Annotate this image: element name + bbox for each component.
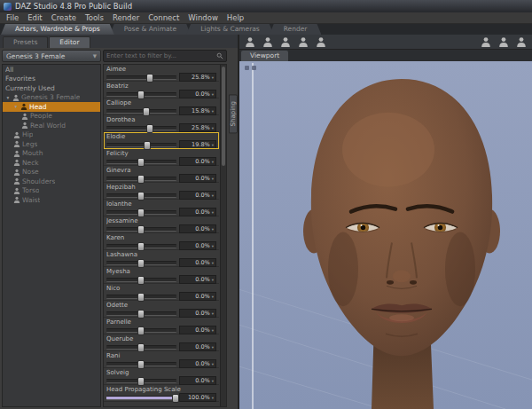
param-value[interactable]: 0.0%▾	[179, 376, 216, 385]
slider-handle[interactable]	[137, 343, 145, 352]
filter-input[interactable]	[106, 52, 216, 59]
expander-icon[interactable]: ▾	[13, 104, 19, 109]
tree-item-real-world[interactable]: Real World	[3, 121, 100, 130]
menu-item-help[interactable]: Help	[223, 13, 248, 22]
tree-item-hip[interactable]: Hip	[3, 130, 100, 140]
slider-handle[interactable]	[146, 74, 153, 83]
tab-viewport[interactable]: Viewport	[241, 51, 288, 61]
tree-item-legs[interactable]: Legs	[3, 139, 100, 149]
tab-pose-animate[interactable]: Pose & Animate	[110, 24, 191, 35]
param-value[interactable]: 25.8%▾	[179, 73, 216, 82]
param-value[interactable]: 15.8%▾	[179, 106, 216, 115]
slider-track[interactable]	[106, 261, 176, 265]
slider-track[interactable]	[106, 244, 176, 248]
param-value[interactable]: 0.0%▾	[179, 275, 216, 284]
param-value[interactable]: 0.0%▾	[179, 157, 216, 166]
slider-handle[interactable]	[137, 225, 145, 234]
slider-handle[interactable]	[172, 394, 179, 403]
param-value[interactable]: 0.0%▾	[179, 241, 216, 250]
slider-handle[interactable]	[137, 276, 145, 285]
slider-track[interactable]	[106, 210, 176, 215]
add-wardrobe-icon[interactable]	[262, 36, 274, 48]
slider-track[interactable]	[106, 109, 176, 114]
tree-item-mouth[interactable]: Mouth	[3, 149, 100, 159]
tree-item-neck[interactable]: Neck	[3, 158, 100, 168]
slider-track[interactable]	[106, 143, 176, 147]
slider-track[interactable]	[106, 345, 176, 350]
frame-figure-icon[interactable]	[515, 36, 528, 48]
add-props-icon[interactable]	[297, 36, 309, 48]
menu-item-create[interactable]: Create	[47, 13, 81, 22]
tree-item-nose[interactable]: Nose	[3, 168, 100, 177]
slider-track[interactable]	[106, 193, 176, 198]
add-hair-icon[interactable]	[279, 36, 292, 48]
slider-handle[interactable]	[137, 293, 145, 302]
tree-item-torso[interactable]: Torso	[3, 186, 100, 196]
slider-handle[interactable]	[143, 107, 150, 116]
param-value[interactable]: 19.8%▾	[179, 140, 216, 149]
slider-handle[interactable]	[137, 326, 145, 335]
viewport-canvas[interactable]	[239, 61, 532, 409]
param-value[interactable]: 100.0%▾	[179, 393, 216, 402]
tree-item-waist[interactable]: Waist	[3, 195, 100, 205]
slider-handle[interactable]	[137, 360, 145, 369]
slider-handle[interactable]	[137, 242, 145, 251]
param-value[interactable]: 0.0%▾	[179, 208, 216, 216]
slider-handle[interactable]	[137, 158, 145, 167]
tree-item-all[interactable]: All	[3, 65, 100, 75]
tree-item-currently-used[interactable]: Currently Used	[3, 83, 100, 93]
tree-item-head[interactable]: ▾Head	[3, 102, 100, 112]
param-value[interactable]: 0.0%▾	[179, 224, 216, 233]
pane-tab-editor[interactable]: Editor	[49, 36, 90, 48]
tab-actors-wardrobe-props[interactable]: Actors, Wardrobe & Props	[1, 24, 114, 35]
param-value[interactable]: 0.0%▾	[179, 90, 216, 98]
slider-track[interactable]	[106, 278, 176, 282]
slider-track[interactable]	[106, 362, 176, 366]
slider-track[interactable]	[106, 295, 176, 299]
slider-handle[interactable]	[137, 208, 145, 217]
menu-item-edit[interactable]: Edit	[23, 13, 46, 22]
slider-track[interactable]	[106, 160, 176, 164]
param-value[interactable]: 0.0%▾	[179, 174, 216, 183]
param-value[interactable]: 25.8%▾	[179, 123, 216, 132]
param-value[interactable]: 0.0%▾	[179, 191, 216, 200]
menu-item-render[interactable]: Render	[108, 13, 144, 22]
param-value[interactable]: 0.0%▾	[179, 342, 216, 351]
menu-item-file[interactable]: File	[2, 13, 23, 22]
slider-handle[interactable]	[137, 259, 145, 268]
slider-track[interactable]	[106, 379, 176, 383]
slider-track[interactable]	[106, 227, 176, 232]
figure-selector[interactable]: Genesis 3 Female ▼	[2, 50, 101, 62]
param-value[interactable]: 0.0%▾	[179, 292, 216, 301]
tab-lights-cameras[interactable]: Lights & Cameras	[186, 24, 274, 35]
slider-handle[interactable]	[137, 310, 145, 319]
tree-item-shoulders[interactable]: Shoulders	[3, 177, 100, 186]
pane-tab-presets[interactable]: Presets	[3, 36, 48, 48]
tab-shaping[interactable]: Shaping	[229, 94, 238, 133]
param-value[interactable]: 0.0%▾	[179, 309, 216, 318]
slider-handle[interactable]	[144, 141, 151, 150]
add-figure-icon[interactable]	[244, 36, 256, 48]
menu-item-tools[interactable]: Tools	[81, 13, 108, 22]
scrollbar-thumb[interactable]	[222, 67, 225, 166]
slider-track[interactable]	[106, 92, 176, 97]
slider-handle[interactable]	[137, 90, 145, 99]
slider-track[interactable]	[106, 311, 176, 316]
param-value[interactable]: 0.0%▾	[179, 326, 216, 334]
tree-item-genesis-3-female[interactable]: ▾Genesis 3 Female	[3, 93, 100, 103]
slider-handle[interactable]	[146, 124, 153, 133]
tab-render[interactable]: Render	[270, 24, 322, 35]
aim-camera-icon[interactable]	[497, 36, 510, 48]
param-value[interactable]: 0.0%▾	[179, 359, 216, 368]
slider-list-scrollbar[interactable]	[220, 65, 226, 406]
orbit-view-icon[interactable]	[480, 36, 492, 48]
slider-track[interactable]	[106, 75, 176, 80]
slider-track[interactable]	[106, 126, 176, 130]
tree-item-people[interactable]: People	[3, 112, 100, 122]
slider-handle[interactable]	[137, 192, 145, 201]
slider-handle[interactable]	[137, 377, 145, 386]
menu-item-window[interactable]: Window	[184, 13, 223, 22]
add-environment-icon[interactable]	[315, 36, 327, 48]
expander-icon[interactable]: ▾	[5, 95, 11, 100]
menu-item-connect[interactable]: Connect	[144, 13, 184, 22]
